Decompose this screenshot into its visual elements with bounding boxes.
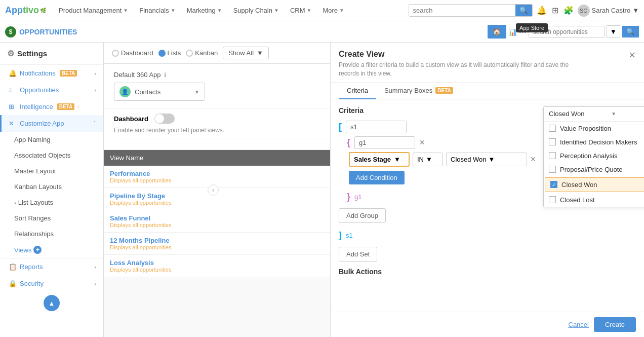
tab-criteria[interactable]: Criteria xyxy=(339,83,376,99)
sub-item-relationships[interactable]: Relationships xyxy=(7,226,103,242)
gear-icon: ⚙ xyxy=(7,49,14,58)
sub-item-views[interactable]: Views + xyxy=(7,242,103,258)
sub-item-sort-ranges[interactable]: Sort Ranges xyxy=(7,210,103,226)
show-all-button[interactable]: Show All ▼ xyxy=(223,47,269,59)
sub-item-kanban-layouts[interactable]: Kanban Layouts xyxy=(7,179,103,195)
customize-icon: ✕ xyxy=(9,120,17,127)
dropdown-item-1[interactable]: Identified Decision Makers xyxy=(544,135,644,149)
scroll-up-button[interactable]: ▲ xyxy=(44,295,60,311)
g1-input[interactable] xyxy=(354,136,415,149)
dropdown-item-3[interactable]: Proposal/Price Quote xyxy=(544,163,644,176)
nav-more[interactable]: More ▼ xyxy=(317,5,349,16)
s1-open-row: [ xyxy=(339,121,536,133)
chevron-right-icon: › xyxy=(94,264,96,270)
condition-row: Sales Stage ▼ IN ▼ Closed Won ▼ ✕ xyxy=(349,152,536,167)
nav-product-management[interactable]: Product Management ▼ xyxy=(54,5,133,16)
checkbox-1[interactable] xyxy=(549,138,556,145)
add-set-button[interactable]: Add Set xyxy=(339,247,377,261)
view-dropdown-button[interactable]: ▼ xyxy=(607,25,620,38)
beta-badge: BETA xyxy=(60,70,77,77)
dropdown-item-4[interactable]: ✓ Closed Won xyxy=(545,177,644,192)
g1-remove-button[interactable]: ✕ xyxy=(419,138,425,146)
logo[interactable]: Apptivo 🌿 xyxy=(5,5,46,16)
tab-summary-boxes[interactable]: Summary Boxes BETA xyxy=(376,83,461,99)
lists-radio-dot xyxy=(158,50,166,57)
s1-bracket-open: [ xyxy=(339,122,342,132)
cv-title: Create View xyxy=(339,50,582,59)
intel-arrow: › xyxy=(77,104,79,109)
bell-icon[interactable]: 🔔 xyxy=(537,6,547,15)
sub-item-app-naming[interactable]: App Naming xyxy=(7,132,103,147)
add-view-button[interactable]: + xyxy=(33,246,42,254)
search-button[interactable]: 🔍 xyxy=(515,5,532,16)
content-area: Dashboard Lists Kanban Show All ▼ Defaul… xyxy=(104,43,644,337)
g1-row: { ✕ xyxy=(347,136,536,149)
sidebar-notifications-content: 🔔 Notifications BETA xyxy=(9,69,77,77)
checkbox-5[interactable] xyxy=(549,196,556,203)
chevron-down-icon: ˅ xyxy=(93,120,96,127)
user-arrow: ▼ xyxy=(632,7,639,14)
puzzle-icon[interactable]: 🧩 xyxy=(564,6,574,15)
grid-icon[interactable]: ⊞ xyxy=(552,6,558,15)
dollar-icon: $ xyxy=(5,26,16,38)
sub-item-list-layouts[interactable]: › List Layouts xyxy=(7,195,103,210)
field-select-arrow: ▼ xyxy=(394,156,400,163)
nav-financials[interactable]: Financials ▼ xyxy=(134,5,180,16)
create-button[interactable]: Create xyxy=(594,317,636,332)
field-select[interactable]: Sales Stage ▼ xyxy=(349,152,410,167)
nav-arrow: ▼ xyxy=(171,8,176,13)
dashboard-radio[interactable]: Dashboard xyxy=(112,49,153,57)
add-condition-button[interactable]: Add Condition xyxy=(349,171,405,184)
nav-crm[interactable]: CRM ▼ xyxy=(285,5,317,16)
opportunity-search-button[interactable]: 🔍 xyxy=(622,26,639,38)
sub-item-master-layout[interactable]: Master Layout xyxy=(7,163,103,179)
close-icon[interactable]: ✕ xyxy=(628,50,636,61)
cv-criteria-left: Criteria [ { ✕ Sales xyxy=(339,106,536,305)
sidebar-item-security[interactable]: 🔒 Security › xyxy=(0,275,103,292)
s1-bracket-close: ] xyxy=(339,230,342,241)
home-button[interactable]: 🏠 xyxy=(488,25,506,39)
cancel-button[interactable]: Cancel xyxy=(569,321,589,328)
sidebar-item-opportunities[interactable]: ≡ Opportunities › xyxy=(0,82,103,98)
sidebar-customize-content: ✕ Customize App xyxy=(9,120,64,127)
search-input[interactable] xyxy=(409,5,515,16)
dropdown-item-5[interactable]: Closed Lost xyxy=(544,193,644,207)
sidebar: ⚙ Settings 🔔 Notifications BETA › ≡ Oppo… xyxy=(0,43,104,337)
cv-subtitle: Provide a filter criteria to build a cus… xyxy=(339,61,582,78)
contacts-dropdown-arrow: ▼ xyxy=(194,89,199,95)
sidebar-item-notifications[interactable]: 🔔 Notifications BETA › xyxy=(0,65,103,82)
checkbox-0[interactable] xyxy=(549,125,556,132)
user-menu[interactable]: SC Sarah Castro ▼ xyxy=(578,5,639,17)
nav-marketing[interactable]: Marketing ▼ xyxy=(182,5,227,16)
dropdown-item-0[interactable]: Value Proposition xyxy=(544,122,644,135)
checkbox-4[interactable]: ✓ xyxy=(550,181,557,188)
user-avatar: SC xyxy=(578,5,590,17)
s1-input[interactable] xyxy=(346,121,407,133)
dropdown-item-2[interactable]: Perception Analysis xyxy=(544,149,644,163)
g1-curly-close: } xyxy=(347,192,350,202)
main-layout: ⚙ Settings 🔔 Notifications BETA › ≡ Oppo… xyxy=(0,43,644,337)
contacts-dropdown[interactable]: 👤 Contacts ▼ xyxy=(114,83,205,101)
global-search[interactable]: 🔍 xyxy=(409,4,533,17)
sidebar-item-reports[interactable]: 📋 Reports › xyxy=(0,258,103,275)
grid-icon: ⊞ xyxy=(9,103,17,110)
collapse-sidebar-button[interactable]: ‹ xyxy=(208,184,219,196)
sidebar-intel-content: ⊞ Intelligence BETA › xyxy=(9,103,79,110)
condition-remove-button[interactable]: ✕ xyxy=(530,155,536,163)
add-group-button[interactable]: Add Group xyxy=(339,208,386,223)
expand-arrow-icon: › xyxy=(14,200,16,206)
nav-supply-chain[interactable]: Supply Chain ▼ xyxy=(228,5,284,16)
kanban-radio[interactable]: Kanban xyxy=(186,49,218,57)
sub-item-associated-objects[interactable]: Associated Objects xyxy=(7,147,103,163)
sidebar-item-intelligence[interactable]: ⊞ Intelligence BETA › xyxy=(0,98,103,115)
checkbox-2[interactable] xyxy=(549,152,556,159)
operator-select[interactable]: IN ▼ xyxy=(413,153,443,166)
nav-arrow: ▼ xyxy=(123,8,128,13)
checkbox-3[interactable] xyxy=(549,166,556,173)
value-select[interactable]: Closed Won ▼ xyxy=(446,153,527,166)
dashboard-toggle[interactable] xyxy=(154,114,175,124)
cv-tabs: Criteria Summary Boxes BETA xyxy=(331,83,644,99)
sidebar-item-customize[interactable]: ✕ Customize App ˅ xyxy=(0,115,103,132)
lists-radio[interactable]: Lists xyxy=(158,49,181,57)
g1-curly-open: { xyxy=(347,137,350,148)
